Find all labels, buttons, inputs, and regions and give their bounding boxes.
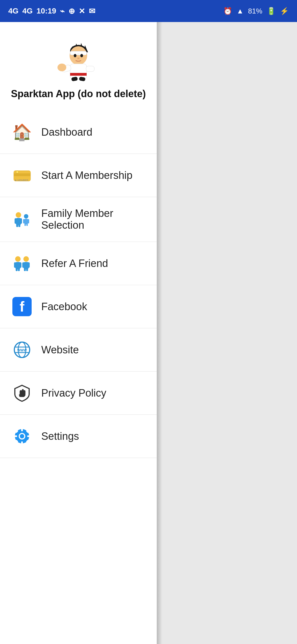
svg-rect-65 [21,441,23,444]
svg-point-39 [24,214,28,219]
house-icon: 🏠 [11,121,33,143]
family-icon [11,208,33,230]
dashboard-label: Dashboard [41,126,92,138]
website-label: Website [41,344,79,356]
svg-rect-44 [26,223,28,226]
membership-label: Start A Membership [41,170,133,181]
svg-rect-23 [70,73,87,76]
refer-icon [11,252,33,274]
svg-rect-48 [19,262,21,268]
location-icon: ⊕ [68,7,75,16]
svg-rect-42 [28,219,29,223]
email-icon: ✉ [89,7,95,16]
svg-rect-55 [24,268,26,271]
svg-point-20 [80,54,83,57]
app-title: Sparktan App (do not delete) [11,88,146,100]
family-label: Family Member Selection [41,208,146,231]
svg-rect-36 [20,218,22,224]
svg-rect-66 [14,435,17,437]
svg-rect-41 [23,219,25,223]
svg-rect-67 [27,435,30,437]
drawer-header: — Sparktan App (do not delete) [0,22,157,111]
sidebar-item-family[interactable]: Family Member Selection [0,197,157,242]
status-bar-right: ⏰ ▲ 81% 🔋 ⚡ [223,7,289,15]
wifi-icon: ▲ [237,7,244,15]
svg-text:WWW: WWW [17,348,27,352]
svg-rect-64 [21,429,23,431]
svg-rect-54 [28,262,30,268]
svg-rect-43 [24,223,26,226]
svg-rect-53 [22,262,24,268]
svg-rect-47 [14,262,16,268]
sidebar-item-website[interactable]: WWW Website [0,328,157,372]
sidebar-item-refer[interactable]: Refer A Friend [0,242,157,285]
charging-icon: ⚡ [280,7,289,15]
www-icon: WWW [11,339,33,361]
facebook-icon: f [11,296,33,318]
svg-rect-38 [18,224,20,227]
svg-point-16 [70,46,87,65]
alarm-icon: ⏰ [223,7,232,15]
sidebar-item-membership[interactable]: ★ MEMBER Start A Membership [0,154,157,197]
membership-icon: ★ MEMBER [11,164,33,186]
drawer-menu-list: 🏠 Dashboard ★ MEMBER Start A Membership [0,111,157,644]
network-4g-2: 4G [22,7,32,15]
facebook-label: Facebook [41,301,87,313]
svg-rect-50 [18,268,20,271]
privacy-label: Privacy Policy [41,387,106,399]
status-bar-left: 4G 4G 10:19 ⌁ ⊕ ✕ ✉ [8,7,95,16]
sidebar-item-settings[interactable]: Settings [0,415,157,458]
sidebar-item-privacy[interactable]: Privacy Policy [0,372,157,415]
sidebar-item-facebook[interactable]: f Facebook [0,285,157,328]
svg-point-51 [23,256,29,262]
battery-percent: 81% [248,7,262,15]
status-bar: 4G 4G 10:19 ⌁ ⊕ ✕ ✉ ⏰ ▲ 81% 🔋 ⚡ [0,0,297,22]
svg-point-21 [77,58,79,59]
settings-icon [11,425,33,447]
battery-icon: 🔋 [267,7,276,15]
right-panel-background: ← WELCO M [157,22,297,644]
svg-point-31 [16,171,19,173]
svg-rect-30 [14,173,31,176]
svg-text:★ MEMBER: ★ MEMBER [15,179,29,182]
navigation-drawer: — Sparktan App (do not delete) [0,22,157,644]
usb-icon: ⌁ [60,7,65,16]
privacy-icon [11,382,33,404]
svg-text:—: — [77,52,79,55]
time-display: 10:19 [37,7,56,15]
svg-rect-35 [15,218,17,224]
svg-rect-22 [70,64,87,79]
network-4g-1: 4G [8,7,18,15]
svg-rect-26 [86,66,94,72]
refer-label: Refer A Friend [41,258,108,269]
svg-point-25 [57,64,66,71]
mascot-image: — [56,39,100,83]
svg-rect-37 [16,224,18,227]
svg-rect-56 [26,268,28,271]
svg-point-33 [16,212,21,218]
settings-label: Settings [41,430,79,442]
svg-rect-49 [16,268,18,271]
svg-point-45 [15,256,21,262]
svg-point-19 [74,54,76,57]
sidebar-item-dashboard[interactable]: 🏠 Dashboard [0,111,157,154]
tools-icon: ✕ [79,7,85,16]
